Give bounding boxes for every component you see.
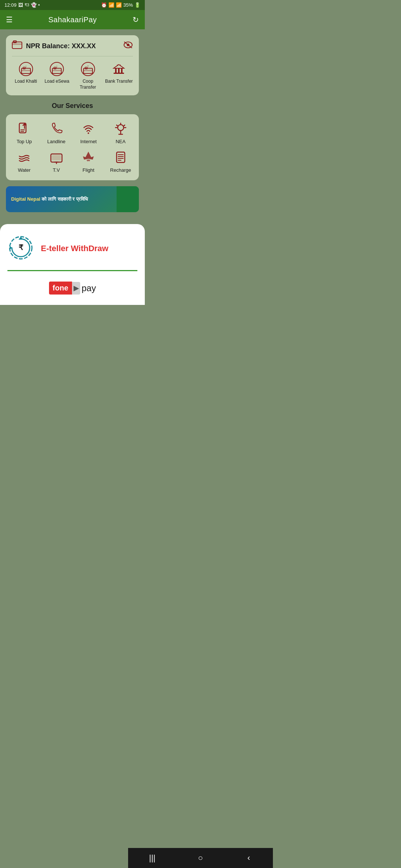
app-title: SahakaariPay: [48, 16, 97, 24]
wifi-icon: 📶: [108, 2, 114, 8]
service-top-up[interactable]: Top Up: [10, 122, 39, 144]
bank-transfer-button[interactable]: Bank Transfer: [105, 62, 133, 90]
service-water[interactable]: Water: [10, 150, 39, 173]
banner-highlight: Digital Nepal: [11, 196, 40, 202]
fonepay-logo: fone ▶ pay: [49, 282, 96, 295]
service-tv[interactable]: T.V: [42, 150, 71, 173]
top-nav: ☰ SahakaariPay ↻: [0, 10, 145, 29]
tv-label: T.V: [53, 167, 60, 173]
battery-text: 35%: [123, 2, 133, 8]
balance-left: NPR Balance: XXX.XX: [12, 40, 96, 52]
banner: Digital Nepal को लागि सहकारी र प्रविधि: [6, 186, 139, 212]
bank-transfer-label: Bank Transfer: [105, 79, 133, 85]
service-nea[interactable]: NEA: [106, 122, 136, 144]
eteller-title: E-teller WithDraw: [41, 244, 108, 253]
svg-rect-44: [117, 152, 125, 162]
load-esewa-label: Load eSewa: [45, 79, 69, 85]
landline-label: Landline: [47, 139, 65, 144]
svg-point-32: [118, 125, 124, 131]
top-up-icon: [17, 122, 31, 136]
load-khalti-label: Load Khalti: [15, 79, 37, 85]
fone-red-text: fone: [49, 282, 72, 295]
notification-icon: ₹3: [25, 3, 29, 7]
time: 12:09: [4, 2, 17, 8]
svg-rect-1: [12, 43, 22, 45]
pay-text: pay: [82, 283, 96, 293]
svg-rect-14: [52, 70, 61, 71]
recharge-icon: [114, 150, 128, 164]
balance-card: NPR Balance: XXX.XX ↓: [6, 35, 139, 95]
recharge-label: Recharge: [110, 167, 131, 173]
quick-actions: ↓ Load Khalti ↓: [12, 56, 133, 90]
status-right: ⏰ 📶 📶 35% 🔋: [101, 2, 140, 8]
menu-icon[interactable]: ☰: [6, 15, 13, 24]
service-internet[interactable]: Internet: [74, 122, 103, 144]
top-up-label: Top Up: [17, 139, 32, 144]
load-esewa-button[interactable]: ↓ Load eSewa: [43, 62, 71, 90]
landline-icon: [49, 122, 63, 136]
tv-icon: [49, 150, 63, 164]
svg-rect-41: [52, 155, 61, 160]
alarm-icon: ⏰: [101, 2, 107, 8]
nea-icon: [114, 122, 128, 136]
fone-bracket: ▶: [72, 282, 80, 295]
dot-indicator: •: [38, 2, 40, 8]
signal-icon: 📶: [116, 2, 122, 8]
balance-row: NPR Balance: XXX.XX: [12, 40, 133, 56]
coop-transfer-button[interactable]: ↑ Coop Transfer: [74, 62, 102, 90]
green-divider-container: [0, 270, 145, 273]
services-grid: Top Up Landline: [10, 122, 135, 173]
flight-icon: [81, 150, 95, 164]
load-khalti-button[interactable]: ↓ Load Khalti: [12, 62, 40, 90]
water-label: Water: [18, 167, 30, 173]
green-line: [7, 270, 137, 271]
refresh-icon[interactable]: ↻: [133, 15, 139, 24]
svg-marker-21: [114, 65, 124, 68]
svg-rect-25: [114, 73, 124, 74]
water-icon: [17, 150, 31, 164]
eteller-logo: ₹: [7, 234, 34, 263]
svg-text:₹: ₹: [19, 243, 23, 251]
svg-rect-19: [84, 70, 92, 71]
svg-line-34: [117, 125, 118, 126]
banner-subtext: को लागि सहकारी र प्रविधि: [42, 196, 88, 202]
status-bar: 12:09 🖼 ₹3 👻 • ⏰ 📶 📶 35% 🔋: [0, 0, 145, 10]
hide-balance-icon[interactable]: [123, 41, 133, 51]
services-card: Top Up Landline: [6, 114, 139, 180]
svg-point-31: [88, 132, 89, 134]
service-flight[interactable]: Flight: [74, 150, 103, 173]
main-content: NPR Balance: XXX.XX ↓: [0, 29, 145, 218]
svg-line-35: [124, 125, 125, 126]
coop-transfer-label: Coop Transfer: [74, 79, 102, 90]
banner-right-decor: [117, 186, 139, 212]
photo-icon: 🖼: [18, 2, 23, 8]
service-landline[interactable]: Landline: [42, 122, 71, 144]
eteller-section: ₹ E-teller WithDraw: [0, 224, 145, 270]
svg-rect-24: [121, 68, 123, 73]
wallet-icon: [12, 40, 22, 52]
battery-icon: 🔋: [134, 2, 140, 8]
flight-label: Flight: [82, 167, 94, 173]
service-recharge[interactable]: Recharge: [106, 150, 136, 173]
balance-label: NPR Balance: XXX.XX: [26, 42, 96, 50]
svg-rect-22: [115, 68, 117, 73]
svg-rect-9: [22, 70, 30, 71]
internet-label: Internet: [80, 139, 97, 144]
snapchat-icon: 👻: [31, 2, 37, 8]
internet-icon: [81, 122, 95, 136]
fonepay-section: fone ▶ pay: [0, 273, 145, 305]
nea-label: NEA: [115, 139, 125, 144]
status-left: 12:09 🖼 ₹3 👻 •: [4, 2, 40, 8]
svg-rect-23: [118, 68, 120, 73]
services-title: Our Services: [6, 102, 139, 110]
